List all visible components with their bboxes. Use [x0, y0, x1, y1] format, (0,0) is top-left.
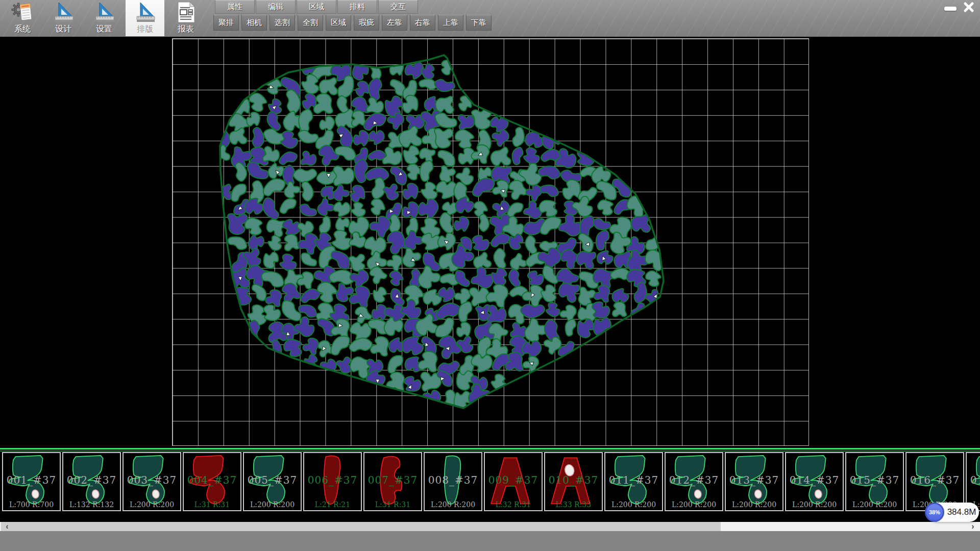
menu-tab-region[interactable]: 区域 — [297, 0, 336, 14]
titlebar: 系统 设计 设置 排版 报表 属性编辑区域排料交互 聚排相机选割全割区域瑕疵左靠… — [0, 0, 980, 37]
tool-button-cluster-nest[interactable]: 聚排 — [213, 15, 239, 31]
tool-button-snap-left[interactable]: 左靠 — [382, 15, 407, 31]
hide-thumbnail-001[interactable]: 001_#37 L:700 R:700 — [2, 452, 61, 511]
percent-indicator: 38% — [925, 503, 944, 522]
thumbnail-id: 010_#37 — [545, 474, 602, 486]
scroll-right-arrow[interactable]: › — [967, 522, 979, 531]
thumbnail-id: 017_#37 — [967, 474, 980, 486]
horizontal-scrollbar[interactable]: ‹ › — [0, 522, 980, 531]
hide-thumbnail-010[interactable]: 010_#37 L:33 R:33 — [544, 452, 603, 511]
dock-item-report[interactable]: 报表 — [166, 0, 205, 36]
dock-item-design[interactable]: 设计 — [44, 0, 83, 36]
hide-thumbnail-009[interactable]: 009_#37 L:32 R:31 — [484, 452, 543, 511]
dock-item-label: 系统 — [14, 24, 31, 35]
tool-button-snap-right[interactable]: 右靠 — [410, 15, 435, 31]
thumbnail-caption: L:200 R:200 — [425, 500, 481, 509]
hide-thumbnail-002[interactable]: 002_#37 L:132 R:132 — [62, 452, 121, 511]
nesting-canvas[interactable] — [0, 37, 980, 448]
strip-accent-line-2 — [0, 450, 980, 452]
thumbnail-caption: L:200 R:200 — [244, 500, 301, 509]
tool-row: 聚排相机选割全割区域瑕疵左靠右靠上靠下靠 — [213, 15, 494, 31]
thumbnail-id: 001_#37 — [3, 474, 60, 486]
close-icon — [963, 2, 974, 13]
thumbnail-caption: L:200 R:200 — [605, 500, 662, 509]
thumbnail-id: 009_#37 — [485, 474, 542, 486]
thumbnail-caption: L:31 R:31 — [184, 500, 240, 509]
thumbnail-row: 001_#37 L:700 R:700 002_#37 L:132 R:132 … — [2, 452, 980, 511]
dock-item-settings[interactable]: 设置 — [85, 0, 124, 36]
hide-thumbnail-013[interactable]: 013_#37 L:200 R:200 — [725, 452, 783, 511]
dock-item-layout[interactable]: 排版 — [126, 0, 164, 36]
hide-thumbnail-014[interactable]: 014_#37 L:200 R:200 — [785, 452, 844, 511]
tool-button-select-cut[interactable]: 选割 — [270, 15, 295, 31]
scrollbar-thumb[interactable] — [12, 522, 721, 531]
app-window: 系统 设计 设置 排版 报表 属性编辑区域排料交互 聚排相机选割全割区域瑕疵左靠… — [0, 0, 980, 551]
tool-button-camera[interactable]: 相机 — [241, 15, 267, 31]
scroll-left-arrow[interactable]: ‹ — [1, 522, 13, 531]
thumbnail-caption: L:32 R:31 — [485, 500, 542, 509]
minimize-button[interactable] — [943, 1, 958, 13]
hide-thumbnail-015[interactable]: 015_#37 L:200 R:200 — [845, 452, 904, 511]
dock: 系统 设计 设置 排版 报表 — [3, 0, 205, 37]
set-square-icon — [52, 1, 75, 23]
thumbnail-id: 011_#37 — [605, 474, 662, 486]
tool-button-snap-top[interactable]: 上靠 — [438, 15, 463, 31]
hide-thumbnail-006[interactable]: 006_#37 L:21 R:21 — [303, 452, 362, 511]
thumbnail-id: 006_#37 — [304, 474, 361, 486]
thumbnail-caption: L:21 R:21 — [304, 500, 361, 509]
thumbnail-caption: L:200 R:200 — [726, 500, 782, 509]
thumbnail-id: 014_#37 — [786, 474, 843, 486]
thumbnail-id: 007_#37 — [364, 474, 421, 486]
system-icon — [11, 1, 34, 23]
thumbnail-caption: L:700 R:700 — [3, 500, 60, 509]
hide-thumbnail-003[interactable]: 003_#37 L:200 R:200 — [122, 452, 181, 511]
thumbnail-id: 003_#37 — [124, 474, 180, 486]
thumbnail-caption: L:200 R:200 — [846, 500, 903, 509]
memory-badge[interactable]: 384.8M 38% — [925, 502, 980, 523]
minimize-icon — [944, 7, 957, 11]
hide-thumbnail-004[interactable]: 004_#37 L:31 R:31 — [183, 452, 241, 511]
hide-thumbnail-012[interactable]: 012_#37 L:200 R:200 — [665, 452, 723, 511]
thumbnail-id: 005_#37 — [244, 474, 301, 486]
set-square-icon — [92, 1, 116, 23]
thumbnail-id: 015_#37 — [846, 474, 903, 486]
nested-hide-drawing — [0, 37, 980, 448]
dock-item-system[interactable]: 系统 — [3, 0, 42, 36]
thumbnail-caption: L:200 R:200 — [124, 500, 180, 509]
report-icon — [174, 1, 198, 23]
thumbnail-caption: L:200 R:200 — [786, 500, 843, 509]
thumbnail-id: 012_#37 — [666, 474, 722, 486]
hide-thumbnail-008[interactable]: 008_#37 L:200 R:200 — [424, 452, 482, 511]
hide-thumbnail-011[interactable]: 011_#37 L:200 R:200 — [604, 452, 663, 511]
tool-button-snap-bottom[interactable]: 下靠 — [466, 15, 492, 31]
thumbnail-id: 013_#37 — [726, 474, 782, 486]
filmstrip: 001_#37 L:700 R:700 002_#37 L:132 R:132 … — [0, 448, 980, 522]
strip-accent-line — [0, 448, 980, 449]
tool-button-defect[interactable]: 瑕疵 — [354, 15, 379, 31]
close-button[interactable] — [962, 1, 976, 13]
thumbnail-caption: L:200 R:200 — [666, 500, 722, 509]
set-square-icon — [133, 1, 157, 23]
thumbnail-id: 004_#37 — [184, 474, 240, 486]
thumbnail-caption: L:31 R:31 — [364, 500, 421, 509]
dock-item-label: 排版 — [137, 24, 153, 35]
thumbnail-caption: L:33 R:33 — [545, 500, 602, 509]
menu-tab-nesting[interactable]: 排料 — [337, 0, 377, 14]
thumbnail-id: 016_#37 — [906, 474, 963, 486]
menu-tab-interact[interactable]: 交互 — [378, 0, 418, 14]
menu-tab-properties[interactable]: 属性 — [215, 0, 255, 14]
dock-item-label: 报表 — [178, 24, 194, 35]
thumbnail-id: 008_#37 — [425, 474, 481, 486]
window-controls — [943, 1, 976, 13]
hide-thumbnail-007[interactable]: 007_#37 L:31 R:31 — [363, 452, 422, 511]
thumbnail-caption: L:132 R:132 — [63, 500, 120, 509]
tool-button-region[interactable]: 区域 — [326, 15, 351, 31]
thumbnail-id: 002_#37 — [63, 474, 120, 486]
hide-thumbnail-005[interactable]: 005_#37 L:200 R:200 — [243, 452, 302, 511]
tool-button-cut-all[interactable]: 全割 — [298, 15, 323, 31]
footer-bar — [0, 531, 980, 551]
menu-tabs: 属性编辑区域排料交互 — [215, 0, 419, 14]
menu-tab-edit[interactable]: 编辑 — [256, 0, 296, 14]
dock-item-label: 设计 — [55, 24, 71, 35]
dock-item-label: 设置 — [96, 24, 112, 35]
